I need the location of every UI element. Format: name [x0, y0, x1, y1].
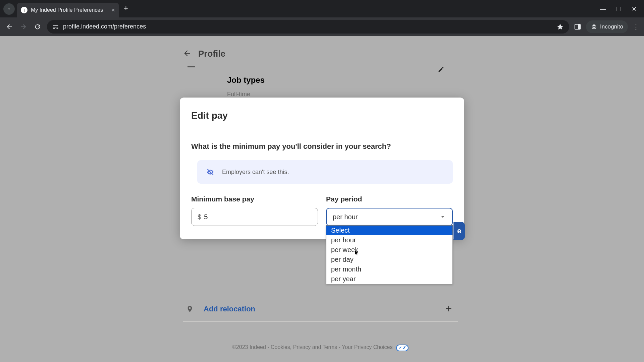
svg-rect-1 [578, 24, 580, 29]
tab-close-icon[interactable]: × [111, 7, 115, 14]
eye-off-icon [206, 168, 215, 176]
currency-prefix: $ [198, 213, 201, 221]
incognito-indicator[interactable]: Incognito [586, 20, 628, 33]
side-panel-icon[interactable] [574, 23, 581, 31]
svg-point-2 [592, 27, 594, 28]
incognito-icon [591, 23, 597, 30]
window-maximize-icon[interactable]: ☐ [616, 5, 622, 13]
min-pay-input[interactable]: $ [191, 208, 318, 226]
browser-toolbar: profile.indeed.com/preferences Incognito… [0, 17, 644, 36]
incognito-label: Incognito [600, 23, 623, 30]
browser-menu-icon[interactable]: ⋮ [633, 23, 639, 31]
privacy-info-text: Employers can't see this. [222, 169, 289, 176]
pay-period-selected: per hour [333, 213, 358, 221]
svg-point-3 [594, 27, 596, 28]
option-per-month[interactable]: per month [326, 264, 452, 274]
site-settings-icon[interactable] [52, 23, 59, 30]
save-button[interactable]: e [453, 222, 465, 240]
nav-reload-button[interactable] [33, 22, 42, 32]
save-button-label-fragment: e [457, 227, 461, 235]
chevron-down-icon [7, 7, 11, 11]
option-per-week[interactable]: per week [326, 245, 452, 255]
url-text: profile.indeed.com/preferences [63, 23, 146, 30]
bookmark-star-icon[interactable] [556, 23, 564, 31]
pay-period-dropdown: Select per hour per week per day per mon… [326, 225, 453, 284]
edit-pay-modal: Edit pay What is the minimum pay you'll … [180, 98, 464, 239]
min-pay-field[interactable] [204, 213, 312, 221]
tab-favicon-icon: i [21, 7, 28, 13]
window-minimize-icon[interactable]: — [600, 6, 606, 13]
url-bar[interactable]: profile.indeed.com/preferences [47, 20, 569, 34]
modal-question: What is the minimum pay you'll consider … [191, 142, 453, 151]
window-controls: — ☐ ✕ [600, 5, 644, 13]
browser-tab[interactable]: i My Indeed Profile Preferences × [17, 3, 119, 17]
option-select[interactable]: Select [326, 226, 452, 235]
option-per-day[interactable]: per day [326, 255, 452, 264]
nav-forward-button [19, 22, 28, 32]
option-per-hour[interactable]: per hour [326, 235, 452, 245]
pay-period-select[interactable]: per hour [326, 208, 453, 226]
mouse-cursor-icon [354, 248, 360, 256]
browser-tab-strip: i My Indeed Profile Preferences × + — ☐ … [0, 0, 644, 17]
tab-title: My Indeed Profile Preferences [31, 7, 108, 13]
option-per-year[interactable]: per year [326, 274, 452, 284]
new-tab-button[interactable]: + [124, 4, 128, 13]
page-viewport: Profile Job types Full-time Add relocati… [0, 36, 644, 362]
privacy-info-box: Employers can't see this. [197, 160, 453, 184]
pay-period-label: Pay period [326, 195, 453, 203]
tab-search-button[interactable] [3, 3, 15, 15]
modal-title: Edit pay [191, 110, 228, 121]
chevron-down-icon [439, 214, 446, 220]
min-pay-label: Minimum base pay [191, 195, 318, 203]
nav-back-button[interactable] [5, 22, 14, 32]
window-close-icon[interactable]: ✕ [632, 5, 637, 13]
